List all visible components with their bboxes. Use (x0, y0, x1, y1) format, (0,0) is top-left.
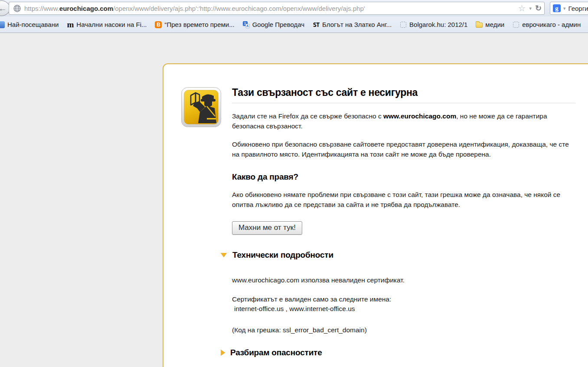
search-box[interactable]: g ▾ Георги (550, 2, 588, 15)
default-favicon-icon (400, 22, 406, 28)
bookmark-blog-post[interactable]: B “През времето преми... (155, 21, 234, 28)
st-favicon-icon: ST (313, 21, 320, 28)
technical-details-heading: Технически подробности (232, 250, 333, 260)
cert-names-line: internet-office.us , www.internet-office… (232, 304, 575, 314)
history-icon (0, 21, 5, 28)
bookmark-folder-media[interactable]: медии (476, 21, 504, 28)
mozilla-icon: m (67, 21, 74, 28)
reload-icon[interactable]: ↻ (535, 4, 542, 12)
url-prefix: https://www. (24, 5, 59, 12)
what-to-do-heading: Какво да правя? (232, 172, 575, 182)
default-favicon-icon (513, 22, 519, 28)
collapsed-twisty-icon[interactable] (221, 350, 225, 356)
bookmark-zlatko-blog[interactable]: ST Блогът на Златко Анг... (313, 21, 392, 28)
bookmark-label: Google Преводач (252, 21, 304, 28)
bookmark-star-icon[interactable]: ☆ (518, 4, 526, 13)
bookmark-label: Начални насоки на Fi... (76, 21, 147, 28)
navigation-toolbar: ← https://www.eurochicago.com/openx/www/… (0, 0, 588, 16)
intro-domain: www.eurochicago.com (383, 112, 456, 120)
page-title: Тази свързаност със сайт е несигурна (232, 87, 575, 103)
bookmark-label: “През времето преми... (164, 21, 234, 28)
cert-names-block: Сертификатът е валиден само за следните … (232, 295, 575, 314)
blogger-icon: B (155, 21, 162, 28)
error-code-line: (Код на грешка: ssl_error_bad_cert_domai… (232, 326, 575, 334)
bookmark-bolgarok[interactable]: Bolgarok.hu: 2012/1 (400, 21, 467, 28)
understand-risks-heading: Разбирам опасностите (230, 348, 322, 357)
bookmark-label: Блогът на Златко Анг... (322, 21, 392, 28)
bookmark-label: медии (485, 21, 504, 28)
bookmarks-toolbar: Най-посещавани m Начални насоки на Fi...… (0, 16, 588, 33)
url-bar[interactable]: https://www.eurochicago.com/openx/www/de… (9, 2, 545, 15)
bookmark-label: Bolgarok.hu: 2012/1 (409, 21, 467, 28)
search-engine-dropdown-icon[interactable]: ▾ (563, 6, 566, 11)
url-domain: eurochicago.com (59, 5, 113, 12)
expanded-twisty-icon[interactable] (221, 253, 227, 257)
bookmark-getting-started[interactable]: m Начални насоки на Fi... (67, 21, 147, 28)
bookmark-label: Най-посещавани (7, 21, 59, 28)
technical-details-expander[interactable]: Технически подробности (221, 250, 575, 260)
bookmark-label: еврочикаго - админ (522, 21, 581, 28)
bookmark-google-translate[interactable]: 文 A Google Преводач (243, 21, 304, 28)
get-me-out-button[interactable]: Махни ме от тук! (232, 221, 302, 235)
understand-risks-expander[interactable]: Разбирам опасностите (221, 348, 575, 357)
url-text[interactable]: https://www.eurochicago.com/openx/www/de… (24, 5, 514, 12)
url-suffix: /openx/www/delivery/ajs.php':'http://www… (113, 5, 365, 12)
globe-icon (13, 5, 21, 12)
untrusted-connection-panel: Тази свързаност със сайт е несигурна Зад… (163, 63, 588, 367)
bookmark-most-visited[interactable]: Най-посещавани (0, 21, 59, 28)
folder-icon (476, 23, 483, 28)
invalid-cert-line: www.eurochicago.com използва невалиден с… (232, 275, 575, 285)
what-to-do-paragraph: Ако обикновено нямате проблеми при свърз… (232, 190, 575, 210)
back-icon: ← (0, 3, 7, 13)
page-background: Тази свързаност със сайт е несигурна Зад… (0, 33, 588, 367)
google-search-icon[interactable]: g (553, 4, 561, 12)
url-dropdown-icon[interactable]: ▾ (529, 6, 532, 11)
search-input[interactable]: Георги (568, 5, 588, 12)
identification-paragraph: Обикновено при безопасно свързване сайто… (232, 139, 575, 160)
cert-valid-line: Сертификатът е валиден само за следните … (232, 295, 575, 304)
translate-icon: 文 A (243, 21, 250, 28)
bookmark-eurochicago-admin[interactable]: еврочикаго - админ (513, 21, 581, 28)
passport-officer-icon (181, 87, 222, 128)
intro-paragraph: Задали сте на Firefox да се свърже безоп… (232, 111, 575, 131)
